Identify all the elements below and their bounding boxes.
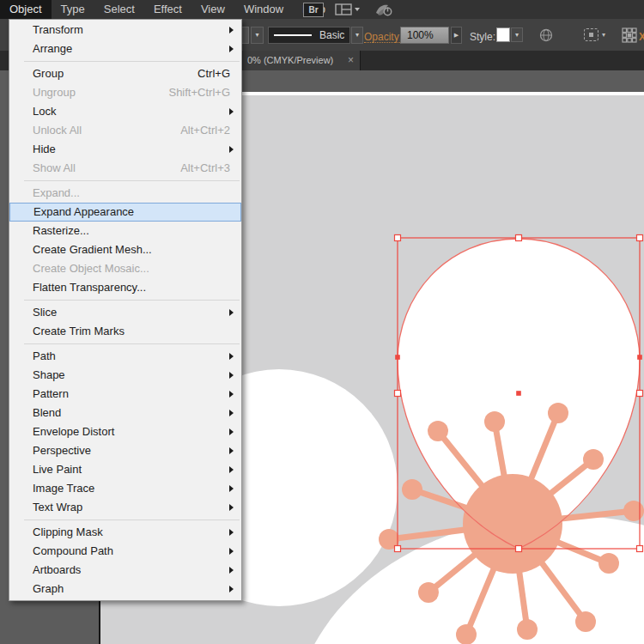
menu-item-label: Transform: [33, 23, 83, 36]
selection-handle[interactable]: [637, 391, 643, 397]
menu-item-shortcut: Shift+Ctrl+G: [168, 83, 230, 102]
selection-handle[interactable]: [637, 235, 643, 241]
menu-item-blend[interactable]: Blend: [9, 404, 241, 422]
submenu-arrow-icon: [229, 428, 234, 435]
select-similar-dropdown[interactable]: ▾: [602, 31, 605, 39]
menu-item-live-paint[interactable]: Live Paint: [9, 460, 241, 479]
menubar-item-object[interactable]: Object: [0, 0, 52, 19]
menubar-item-view[interactable]: View: [191, 0, 234, 19]
stamen-tip[interactable]: [418, 582, 439, 603]
menu-item-rasterize[interactable]: Rasterize...: [9, 222, 241, 240]
submenu-arrow-icon: [229, 309, 234, 316]
style-dropdown[interactable]: ▾: [511, 27, 523, 42]
submenu-arrow-icon: [229, 466, 234, 473]
selection-handle[interactable]: [395, 235, 401, 241]
menu-separator: [24, 519, 240, 520]
stamen-center-circle[interactable]: [463, 474, 562, 574]
path-anchor-point[interactable]: [637, 355, 642, 360]
selection-handle[interactable]: [395, 391, 401, 397]
menu-item-label: Slice: [33, 306, 57, 319]
gpu-performance-icon[interactable]: [374, 3, 393, 17]
menu-item-expand-appearance[interactable]: Expand Appearance: [9, 203, 241, 222]
submenu-arrow-icon: [229, 586, 234, 592]
menu-item-compound-path[interactable]: Compound Path: [9, 542, 241, 561]
menu-item-image-trace[interactable]: Image Trace: [9, 479, 241, 498]
menubar-item-type[interactable]: Type: [52, 0, 94, 19]
stamen-tip[interactable]: [484, 411, 505, 432]
stroke-weight-dropdown[interactable]: ▾: [251, 27, 264, 44]
menu-item-text-wrap[interactable]: Text Wrap: [9, 498, 241, 517]
menu-item-label: Lock: [33, 105, 56, 118]
stamen-tip[interactable]: [548, 403, 568, 423]
menu-item-shortcut: Ctrl+G: [197, 64, 230, 83]
submenu-arrow-icon: [229, 410, 234, 416]
menu-item-label: Text Wrap: [33, 501, 82, 513]
menu-item-artboards[interactable]: Artboards: [9, 561, 241, 580]
opacity-label[interactable]: Opacity:: [364, 32, 402, 43]
menu-item-shape[interactable]: Shape: [9, 366, 241, 385]
stamen-tip[interactable]: [583, 449, 604, 470]
selection-center-point[interactable]: [516, 391, 521, 396]
menu-item-create-object-mosaic: Create Object Mosaic...: [9, 259, 241, 278]
menu-item-show-all: Show AllAlt+Ctrl+3: [9, 159, 241, 178]
menu-item-label: Expand...: [33, 186, 80, 199]
menubar-item-select[interactable]: Select: [94, 0, 144, 19]
workspace-switcher-icon[interactable]: [335, 3, 361, 15]
menu-item-perspective[interactable]: Perspective: [9, 441, 241, 460]
selection-handle[interactable]: [395, 546, 401, 552]
stamen-tip[interactable]: [517, 619, 538, 640]
submenu-arrow-icon: [229, 529, 234, 536]
menu-item-group[interactable]: GroupCtrl+G: [9, 64, 241, 83]
stamen-tip[interactable]: [402, 479, 422, 500]
opacity-input[interactable]: 100%: [400, 27, 449, 44]
stamen-tip[interactable]: [428, 421, 448, 441]
selection-handle[interactable]: [516, 235, 522, 241]
menu-item-clipping-mask[interactable]: Clipping Mask: [9, 523, 241, 542]
recolor-artwork-icon[interactable]: [539, 28, 553, 42]
stamen-tip[interactable]: [456, 624, 477, 644]
menu-item-ungroup: UngroupShift+Ctrl+G: [9, 83, 241, 102]
stamen-tip[interactable]: [575, 611, 596, 632]
align-panel-icon[interactable]: [622, 27, 637, 43]
select-similar-objects-icon[interactable]: [584, 28, 598, 41]
menu-item-label: Blend: [33, 406, 61, 419]
style-swatch[interactable]: [496, 27, 510, 42]
tab-close-icon[interactable]: ×: [348, 51, 354, 70]
menu-item-slice[interactable]: Slice: [9, 303, 241, 322]
stamen-tip[interactable]: [623, 501, 644, 521]
menu-item-envelope-distort[interactable]: Envelope Distort: [9, 422, 241, 441]
opacity-stepper[interactable]: ▶: [451, 27, 462, 44]
menu-item-path[interactable]: Path: [9, 347, 241, 366]
menu-item-hide[interactable]: Hide: [9, 140, 241, 159]
menubar-item-effect[interactable]: Effect: [144, 0, 191, 19]
selection-handle[interactable]: [637, 546, 643, 552]
path-anchor-point[interactable]: [395, 355, 400, 360]
menu-item-create-trim-marks[interactable]: Create Trim Marks: [9, 322, 241, 341]
stroke-profile-dropdown[interactable]: ▾: [351, 27, 363, 44]
menubar-item-window[interactable]: Window: [234, 0, 293, 19]
menu-item-label: Envelope Distort: [33, 425, 114, 438]
submenu-arrow-icon: [229, 567, 234, 574]
variable-width-profile-control[interactable]: Basic: [268, 27, 350, 44]
transform-x-label: X:: [639, 32, 644, 42]
bridge-button[interactable]: Br: [303, 3, 324, 17]
menu-item-label: Live Paint: [33, 463, 82, 476]
menu-item-shortcut: Alt+Ctrl+2: [180, 121, 230, 140]
submenu-arrow-icon: [229, 46, 234, 52]
stamen-tip[interactable]: [598, 553, 619, 574]
menu-item-transform[interactable]: Transform: [9, 21, 241, 39]
menu-item-label: Shape: [33, 368, 65, 381]
submenu-arrow-icon: [229, 146, 234, 153]
submenu-arrow-icon: [229, 485, 234, 492]
menu-item-flatten-transparency[interactable]: Flatten Transparency...: [9, 278, 241, 297]
stroke-profile-value: Basic: [319, 29, 344, 41]
document-tab-title: 0% (CMYK/Preview): [243, 51, 333, 70]
menu-item-create-gradient-mesh[interactable]: Create Gradient Mesh...: [9, 240, 241, 259]
menu-item-label: Clipping Mask: [33, 526, 103, 538]
selection-handle[interactable]: [516, 546, 522, 552]
menu-item-lock[interactable]: Lock: [9, 102, 241, 121]
menu-item-pattern[interactable]: Pattern: [9, 385, 241, 404]
menu-item-arrange[interactable]: Arrange: [9, 39, 241, 58]
document-tab[interactable]: 0% (CMYK/Preview) ×: [243, 51, 361, 70]
menu-item-graph[interactable]: Graph: [9, 580, 241, 598]
